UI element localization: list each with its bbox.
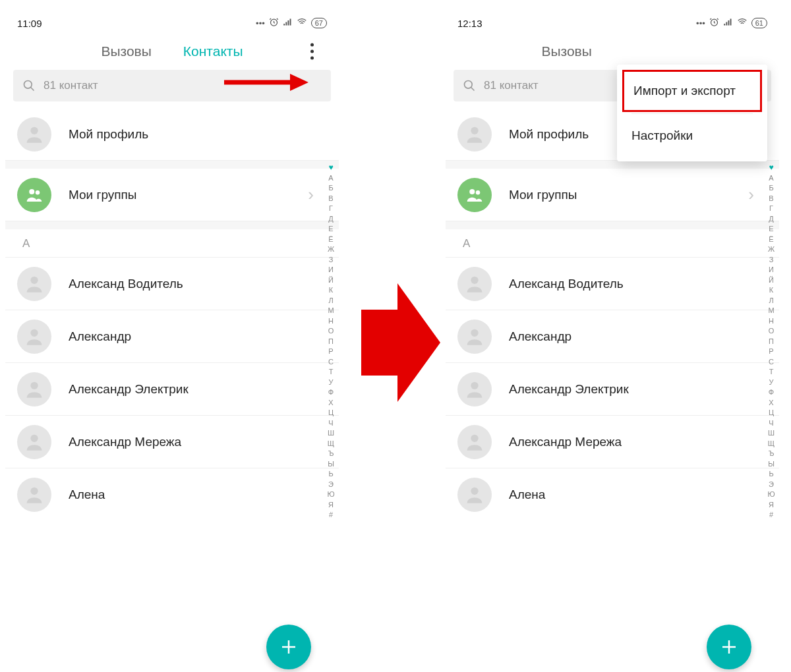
clock: 12:13 bbox=[457, 18, 483, 29]
profile-label: Мой профиль bbox=[509, 127, 589, 142]
contact-row[interactable]: Александр bbox=[5, 310, 339, 363]
alarm-icon bbox=[709, 17, 719, 29]
profile-label: Мой профиль bbox=[69, 127, 148, 142]
contact-row[interactable]: Александр bbox=[446, 310, 779, 363]
search-placeholder: 81 контакт bbox=[44, 79, 98, 92]
contact-name: Александр Электрик bbox=[509, 382, 629, 397]
avatar-icon bbox=[457, 117, 492, 152]
chevron-right-icon: › bbox=[748, 184, 754, 205]
avatar-icon bbox=[17, 267, 51, 301]
alpha-index[interactable]: ♥ АБВГДЕЁЖЗИЙКЛМНОПРСТУФХЦЧШЩЪЫЬЭЮЯ# bbox=[765, 163, 777, 520]
tab-calls[interactable]: Вызовы bbox=[541, 43, 591, 59]
contact-name: Александр bbox=[509, 329, 571, 344]
groups-label: Мои группы bbox=[69, 188, 137, 202]
wifi-icon bbox=[737, 17, 747, 29]
status-bar: 11:09 ••• 67 bbox=[5, 13, 339, 33]
contact-row[interactable]: Алена bbox=[5, 468, 339, 521]
add-contact-fab[interactable] bbox=[266, 625, 311, 669]
overflow-menu-button[interactable] bbox=[305, 41, 319, 63]
contact-row[interactable]: Александ Водитель bbox=[446, 258, 779, 310]
alarm-icon bbox=[269, 17, 279, 29]
contact-name: Александр Мережа bbox=[69, 435, 181, 449]
my-profile-row[interactable]: Мой профиль bbox=[5, 108, 339, 161]
step-arrow bbox=[361, 283, 440, 405]
my-groups-row[interactable]: Мои группы › bbox=[5, 169, 339, 221]
svg-line-18 bbox=[471, 88, 475, 91]
svg-point-9 bbox=[30, 329, 38, 336]
search-icon bbox=[463, 79, 476, 92]
search-icon bbox=[22, 79, 36, 92]
contact-row[interactable]: Александр Мережа bbox=[446, 416, 779, 468]
ellipsis-icon: ••• bbox=[256, 18, 265, 28]
menu-import-export[interactable]: Импорт и экспорт bbox=[622, 70, 762, 112]
avatar-icon bbox=[457, 267, 492, 301]
contact-name: Алена bbox=[69, 488, 105, 502]
svg-point-23 bbox=[471, 329, 478, 336]
status-icons: ••• 61 bbox=[696, 17, 767, 29]
svg-point-12 bbox=[30, 488, 38, 495]
section-header: А bbox=[446, 229, 779, 258]
status-icons: ••• 67 bbox=[256, 17, 327, 29]
signal-icon bbox=[723, 17, 733, 29]
avatar-icon bbox=[457, 320, 492, 354]
svg-marker-15 bbox=[361, 283, 440, 402]
menu-settings[interactable]: Настройки bbox=[617, 114, 767, 157]
add-contact-fab[interactable] bbox=[707, 625, 751, 669]
contact-row[interactable]: Александр Мережа bbox=[5, 416, 339, 468]
phone-right: 12:13 ••• 61 Вызовы Контакты bbox=[446, 13, 779, 672]
ellipsis-icon: ••• bbox=[696, 18, 705, 28]
divider bbox=[446, 221, 779, 229]
groups-label: Мои группы bbox=[509, 188, 577, 202]
svg-point-21 bbox=[476, 190, 481, 195]
contact-name: Александр bbox=[69, 329, 131, 344]
tab-calls[interactable]: Вызовы bbox=[101, 43, 151, 59]
my-groups-row[interactable]: Мои группы › bbox=[446, 169, 779, 221]
avatar-icon bbox=[457, 372, 492, 406]
svg-point-7 bbox=[36, 190, 40, 195]
groups-icon bbox=[457, 178, 492, 212]
divider bbox=[5, 161, 339, 169]
wifi-icon bbox=[297, 17, 307, 29]
avatar-icon bbox=[17, 372, 51, 406]
battery-icon: 61 bbox=[751, 18, 767, 28]
phone-left: 11:09 ••• 67 Вызовы Контакты bbox=[5, 13, 339, 672]
svg-point-3 bbox=[24, 81, 32, 89]
contact-name: Александ Водитель bbox=[69, 277, 183, 291]
svg-point-17 bbox=[465, 81, 473, 89]
contact-row[interactable]: Александр Электрик bbox=[5, 363, 339, 416]
svg-point-11 bbox=[30, 434, 38, 441]
favorites-icon[interactable]: ♥ bbox=[769, 163, 773, 173]
svg-point-24 bbox=[471, 381, 478, 389]
tab-contacts[interactable]: Контакты bbox=[183, 43, 243, 59]
svg-point-8 bbox=[30, 276, 38, 283]
tab-bar: Вызовы Контакты bbox=[5, 33, 339, 70]
section-header: А bbox=[5, 229, 339, 258]
svg-point-26 bbox=[471, 488, 478, 495]
groups-icon bbox=[17, 178, 51, 212]
status-bar: 12:13 ••• 61 bbox=[446, 13, 779, 33]
svg-marker-2 bbox=[290, 74, 308, 91]
svg-point-20 bbox=[469, 189, 475, 194]
svg-point-22 bbox=[471, 276, 478, 283]
svg-point-6 bbox=[29, 189, 34, 194]
avatar-icon bbox=[457, 425, 492, 459]
contact-name: Алена bbox=[509, 488, 545, 502]
favorites-icon[interactable]: ♥ bbox=[328, 163, 333, 173]
battery-icon: 67 bbox=[311, 18, 327, 28]
clock: 11:09 bbox=[17, 18, 42, 29]
contact-name: Александ Водитель bbox=[509, 277, 624, 291]
contact-row[interactable]: Александ Водитель bbox=[5, 258, 339, 310]
search-placeholder: 81 контакт bbox=[484, 79, 539, 92]
avatar-icon bbox=[17, 320, 51, 354]
contact-name: Александр Электрик bbox=[69, 382, 189, 397]
avatar-icon bbox=[17, 117, 51, 152]
signal-icon bbox=[283, 17, 293, 29]
avatar-icon bbox=[17, 425, 51, 459]
svg-point-10 bbox=[30, 381, 38, 389]
svg-point-5 bbox=[30, 126, 38, 134]
contact-name: Александр Мережа bbox=[509, 435, 622, 449]
alpha-index[interactable]: ♥ АБВГДЕЁЖЗИЙКЛМНОПРСТУФХЦЧШЩЪЫЬЭЮЯ# bbox=[325, 163, 337, 520]
contact-row[interactable]: Александр Электрик bbox=[446, 363, 779, 416]
contact-row[interactable]: Алена bbox=[446, 468, 779, 521]
divider bbox=[5, 221, 339, 229]
